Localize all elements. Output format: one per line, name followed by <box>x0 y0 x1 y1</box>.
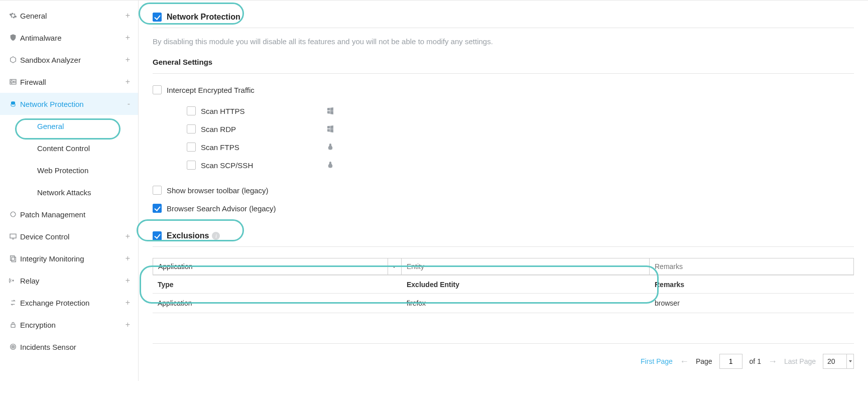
exclusions-filter-row: Application <box>153 258 854 275</box>
table-row[interactable]: Application firefox browser <box>153 294 854 313</box>
browser-toolbar-label: Show browser toolbar (legacy) <box>167 186 269 195</box>
exclusions-header: Exclusions i <box>153 224 854 247</box>
network-protection-title: Network Protection <box>167 13 240 22</box>
sidebar-label: Antimalware <box>20 34 126 42</box>
pager-page-input[interactable] <box>719 354 742 369</box>
sidebar-label: Incidents Sensor <box>20 343 130 351</box>
network-protection-toggle[interactable] <box>153 13 162 22</box>
sidebar-sub-label: Network Attacks <box>37 188 91 197</box>
svg-rect-5 <box>12 257 16 261</box>
linux-icon <box>326 161 334 170</box>
svg-rect-0 <box>10 79 16 84</box>
sidebar-label: Relay <box>20 277 126 285</box>
sidebar-sub-web-protection[interactable]: Web Protection <box>0 159 138 181</box>
sidebar-sub-general[interactable]: General <box>0 115 138 137</box>
signal-icon <box>6 277 20 285</box>
col-excluded-entity[interactable]: Excluded Entity <box>402 281 650 289</box>
sidebar-item-general[interactable]: General + <box>0 5 138 27</box>
collapse-icon[interactable]: - <box>128 99 130 108</box>
sidebar-item-exchange[interactable]: Exchange Protection + <box>0 292 138 314</box>
network-protection-header: Network Protection <box>153 6 854 28</box>
scan-rdp-label: Scan RDP <box>201 125 326 133</box>
expand-icon[interactable]: + <box>126 276 130 285</box>
windows-icon <box>326 106 334 116</box>
module-hint: By disabling this module you will disabl… <box>153 28 854 55</box>
sidebar-sub-label: General <box>37 122 64 130</box>
box-icon <box>6 56 20 64</box>
expand-icon[interactable]: + <box>126 33 130 42</box>
pager-size-value: 20 <box>827 357 835 365</box>
expand-icon[interactable]: + <box>126 320 130 329</box>
sidebar-label: General <box>20 12 126 20</box>
sidebar-item-integrity[interactable]: Integrity Monitoring + <box>0 247 138 269</box>
expand-icon[interactable]: + <box>126 55 130 64</box>
sidebar-item-patch[interactable]: Patch Management <box>0 203 138 225</box>
radar-icon <box>6 343 20 351</box>
firewall-icon <box>6 78 20 86</box>
pager-prev-icon[interactable]: ← <box>680 356 689 367</box>
cell-entity: firefox <box>402 299 650 307</box>
scan-ftps-checkbox[interactable] <box>187 143 196 152</box>
table-header-row: Type Excluded Entity Remarks <box>153 276 854 294</box>
sidebar-sub-label: Content Control <box>37 144 90 153</box>
sidebar-item-relay[interactable]: Relay + <box>0 269 138 292</box>
cell-remarks: browser <box>650 299 854 307</box>
pager-of-label: of 1 <box>750 357 761 365</box>
pager-last: Last Page <box>784 357 816 365</box>
sidebar-label: Patch Management <box>20 210 130 219</box>
svg-rect-3 <box>10 234 16 238</box>
chevron-down-icon <box>392 265 396 268</box>
sidebar-label: Exchange Protection <box>20 299 126 307</box>
sidebar-item-device-control[interactable]: Device Control + <box>0 225 138 247</box>
shield-icon <box>6 34 20 42</box>
sidebar-item-antimalware[interactable]: Antimalware + <box>0 27 138 49</box>
pagination-bar: First Page ← Page of 1 → Last Page 20 <box>153 343 854 371</box>
pager-size-select[interactable]: 20 <box>823 354 847 369</box>
exclusion-remarks-input[interactable] <box>650 258 854 275</box>
scan-rdp-checkbox[interactable] <box>187 124 196 133</box>
sidebar-label: Sandbox Analyzer <box>20 56 126 64</box>
exclusion-entity-input[interactable] <box>402 258 650 275</box>
expand-icon[interactable]: + <box>126 232 130 241</box>
search-advisor-checkbox[interactable] <box>153 204 162 213</box>
network-icon <box>6 100 20 108</box>
pager-first[interactable]: First Page <box>641 357 673 365</box>
lock-icon <box>6 321 20 329</box>
sidebar-item-incidents[interactable]: Incidents Sensor <box>0 336 138 358</box>
sidebar-label: Integrity Monitoring <box>20 254 126 263</box>
sidebar-sub-content-control[interactable]: Content Control <box>0 137 138 159</box>
col-type[interactable]: Type <box>153 281 402 289</box>
windows-icon <box>326 124 334 134</box>
scan-https-checkbox[interactable] <box>187 106 196 115</box>
expand-icon[interactable]: + <box>126 298 130 307</box>
sidebar-label: Network Protection <box>20 100 128 108</box>
expand-icon[interactable]: + <box>126 77 130 86</box>
intercept-traffic-label: Intercept Encrypted Traffic <box>167 86 292 94</box>
monitor-icon <box>6 232 20 240</box>
pager-next-icon[interactable]: → <box>768 356 777 367</box>
sidebar-item-sandbox[interactable]: Sandbox Analyzer + <box>0 49 138 71</box>
browser-toolbar-checkbox[interactable] <box>153 186 162 195</box>
intercept-traffic-checkbox[interactable] <box>153 85 162 94</box>
svg-point-6 <box>13 280 14 281</box>
sidebar-item-firewall[interactable]: Firewall + <box>0 71 138 93</box>
linux-icon <box>326 143 334 152</box>
svg-rect-7 <box>11 324 15 327</box>
expand-icon[interactable]: + <box>126 11 130 20</box>
cell-type: Application <box>153 299 402 307</box>
scan-scp-checkbox[interactable] <box>187 161 196 170</box>
svg-point-10 <box>13 346 13 347</box>
exclusions-toggle[interactable] <box>153 231 162 240</box>
scan-https-label: Scan HTTPS <box>201 107 326 115</box>
gear-icon <box>6 12 20 20</box>
exclusions-title: Exclusions <box>167 231 209 240</box>
stack-icon <box>6 254 20 262</box>
expand-icon[interactable]: + <box>126 254 130 263</box>
exclusion-type-select[interactable]: Application <box>153 258 402 275</box>
sidebar-sub-network-attacks[interactable]: Network Attacks <box>0 181 138 203</box>
col-remarks[interactable]: Remarks <box>650 281 854 289</box>
info-icon[interactable]: i <box>212 232 220 240</box>
sidebar-item-encryption[interactable]: Encryption + <box>0 314 138 336</box>
chevron-down-icon[interactable] <box>847 354 854 369</box>
sidebar-item-network-protection[interactable]: Network Protection - <box>0 93 138 115</box>
